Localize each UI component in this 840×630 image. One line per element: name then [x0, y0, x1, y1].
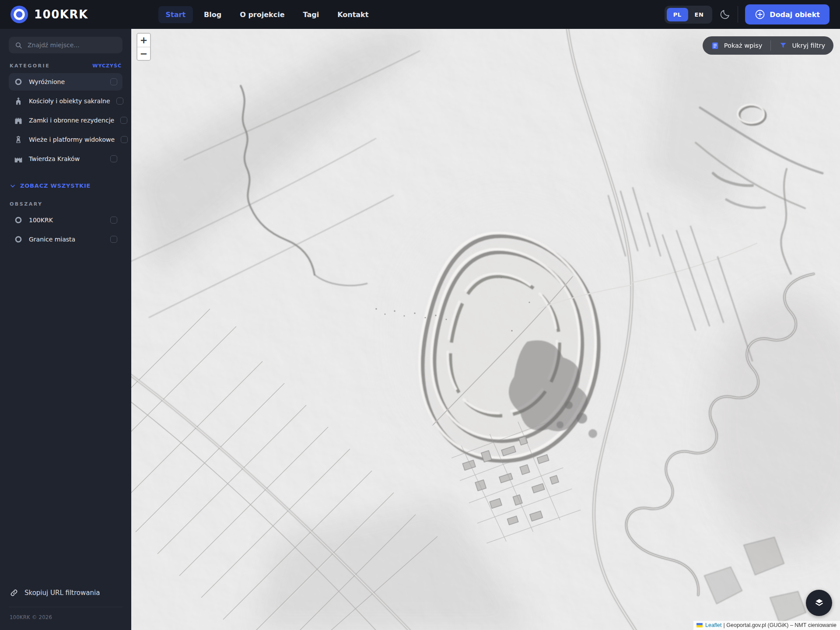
copyright-text: 100KRK © 2026 [9, 614, 122, 620]
language-toggle: PL EN [665, 6, 713, 24]
map-toolbar-pill: Pokaż wpisy Ukryj filtry [703, 36, 833, 55]
aperture-icon [14, 216, 23, 224]
filter-funnel-icon [779, 42, 787, 49]
sidebar-footer-divider [9, 607, 122, 607]
category-checkbox[interactable] [121, 136, 128, 143]
zoom-out-button[interactable]: − [137, 47, 150, 60]
areas-header: OBSZARY [10, 201, 122, 207]
layers-icon [813, 597, 825, 609]
top-navbar: 100KRK Start Blog O projekcie Tagi Konta… [0, 0, 840, 29]
map-zoom-control: + − [136, 33, 151, 61]
category-zamki[interactable]: Zamki i obronne rezydencje [9, 112, 122, 129]
brand-logo-icon [10, 6, 28, 23]
search-box [9, 37, 122, 53]
lang-en-button[interactable]: EN [688, 8, 710, 21]
category-twierdza[interactable]: Twierdza Kraków [9, 150, 122, 168]
category-checkbox[interactable] [110, 155, 117, 162]
areas-heading: OBSZARY [10, 201, 42, 207]
map-viewport[interactable]: + − Pokaż wpisy Ukryj filtry Lea [131, 29, 840, 630]
category-wyroznione[interactable]: Wyróżnione [9, 73, 122, 91]
category-checkbox[interactable] [120, 117, 127, 124]
nav-start[interactable]: Start [158, 6, 193, 23]
area-checkbox[interactable] [110, 217, 117, 224]
main-nav: Start Blog O projekcie Tagi Kontakt [158, 6, 376, 23]
nav-kontakt[interactable]: Kontakt [330, 6, 376, 23]
categories-heading: KATEGORIE [10, 63, 50, 69]
lang-pl-button[interactable]: PL [667, 8, 688, 21]
nav-tagi[interactable]: Tagi [296, 6, 327, 23]
chevron-down-icon [10, 183, 16, 189]
header-divider [738, 6, 738, 23]
aperture-icon [14, 77, 23, 86]
category-checkbox[interactable] [116, 98, 123, 105]
add-object-button[interactable]: Dodaj obiekt [745, 4, 830, 24]
hide-filters-button[interactable]: Ukryj filtry [771, 36, 833, 55]
brand[interactable]: 100KRK [10, 6, 88, 23]
categories-header: KATEGORIE WYCZYŚĆ [10, 63, 122, 69]
category-koscioly[interactable]: Kościoły i obiekty sakralne [9, 92, 122, 110]
category-wieze[interactable]: Wieże i platformy widokowe [9, 131, 122, 148]
show-entries-button[interactable]: Pokaż wpisy [703, 36, 771, 55]
category-checkbox[interactable] [110, 78, 117, 85]
leaflet-link[interactable]: Leaflet [705, 622, 722, 628]
nav-blog[interactable]: Blog [196, 6, 229, 23]
link-icon [10, 588, 18, 597]
moon-icon [719, 9, 731, 20]
castle-icon [14, 116, 23, 125]
search-icon [15, 42, 22, 49]
see-all-toggle[interactable]: ZOBACZ WSZYSTKIE [10, 182, 122, 189]
hillshade-map[interactable] [131, 29, 840, 630]
ukraine-flag-icon [696, 623, 703, 627]
clear-filters-button[interactable]: WYCZYŚĆ [92, 63, 122, 69]
plus-circle-icon [755, 9, 765, 20]
fortress-icon [14, 154, 23, 163]
aperture-icon [14, 235, 23, 244]
tower-icon [14, 135, 23, 144]
attribution-text: | Geoportal.gov.pl (GUGiK) – NMT cieniow… [724, 622, 836, 628]
search-input[interactable] [28, 42, 116, 49]
header-right: PL EN Dodaj obiekt [665, 4, 830, 24]
filter-sidebar: KATEGORIE WYCZYŚĆ Wyróżnione Kościoły i … [0, 29, 131, 630]
area-100krk[interactable]: 100KRK [9, 211, 122, 229]
dark-mode-toggle[interactable] [719, 9, 731, 20]
zoom-in-button[interactable]: + [137, 34, 150, 47]
sidebar-spacer [9, 250, 122, 588]
area-checkbox[interactable] [110, 236, 117, 243]
layers-button[interactable] [806, 590, 832, 616]
copy-filter-url-button[interactable]: Skopiuj URL filtrowania [9, 588, 122, 597]
area-granice-miasta[interactable]: Granice miasta [9, 231, 122, 248]
entries-list-icon [711, 42, 719, 50]
map-attribution: Leaflet | Geoportal.gov.pl (GUGiK) – NMT… [693, 621, 840, 630]
brand-name: 100KRK [34, 8, 88, 21]
church-icon [14, 97, 23, 105]
nav-o-projekcie[interactable]: O projekcie [232, 6, 292, 23]
